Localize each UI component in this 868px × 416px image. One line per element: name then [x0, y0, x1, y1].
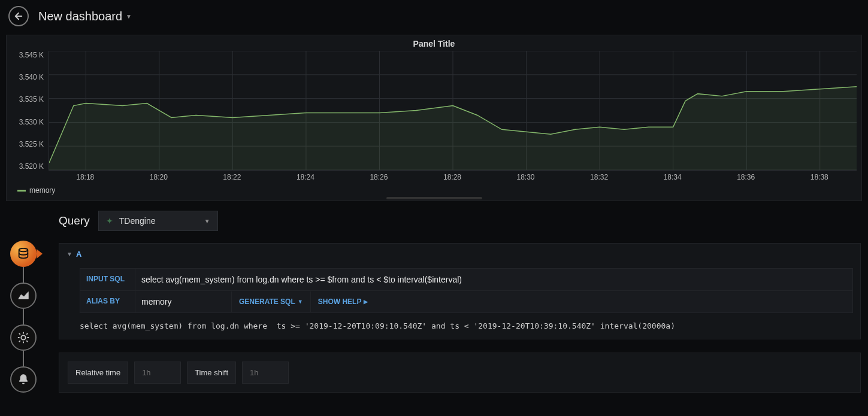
svg-point-19 [21, 335, 25, 339]
datasource-name: TDengine [119, 216, 156, 226]
legend-swatch [17, 190, 26, 192]
bell-icon [17, 374, 29, 385]
editor-tab-stepper [0, 211, 47, 393]
time-shift-input[interactable] [242, 362, 289, 384]
panel-resize-handle[interactable] [386, 197, 482, 199]
relative-time-label: Relative time [68, 362, 128, 384]
query-section-label: Query [59, 214, 90, 227]
tab-general[interactable] [10, 324, 37, 351]
legend-label: memory [29, 186, 55, 195]
graph-panel: Panel Title 3.545 K3.540 K3.535 K3.530 K… [6, 35, 862, 201]
tab-alert[interactable] [10, 366, 37, 393]
datasource-icon: ✦ [106, 216, 113, 226]
dashboard-title-dropdown[interactable]: New dashboard ▼ [38, 10, 132, 23]
dashboard-title: New dashboard [38, 10, 122, 23]
input-sql-label: INPUT SQL [80, 269, 135, 290]
relative-time-input[interactable] [134, 362, 181, 384]
chart-svg [49, 51, 857, 170]
gear-bug-icon [17, 331, 30, 344]
datasource-select[interactable]: ✦ TDengine ▼ [98, 211, 218, 231]
time-shift-label: Time shift [187, 362, 236, 384]
chevron-down-icon: ▼ [204, 218, 210, 224]
collapse-icon: ▼ [66, 251, 72, 257]
alias-by-label: ALIAS BY [80, 291, 135, 312]
input-sql-field[interactable]: select avg(mem_system) from log.dn where… [135, 269, 852, 290]
query-row-letter: A [76, 250, 81, 259]
chart-legend[interactable]: memory [17, 186, 861, 195]
panel-title: Panel Title [7, 39, 861, 48]
tab-queries[interactable] [10, 241, 37, 267]
chevron-down-icon: ▼ [126, 13, 132, 20]
generate-sql-button[interactable]: GENERATE SQL ▼ [231, 291, 310, 312]
x-axis-labels: 18:1818:2018:2218:2418:2618:2818:3018:32… [49, 173, 857, 183]
tab-visualization[interactable] [10, 283, 37, 309]
database-icon [17, 247, 30, 260]
show-help-button[interactable]: SHOW HELP ▶ [310, 291, 376, 312]
chevron-right-icon: ▶ [364, 299, 368, 305]
svg-point-18 [19, 248, 28, 252]
chevron-down-icon: ▼ [298, 299, 303, 305]
query-row-toggle[interactable]: ▼ A [66, 250, 853, 259]
chart-plot[interactable] [49, 51, 857, 171]
time-options-block: Relative time Time shift [59, 353, 861, 393]
chart-area-icon [17, 289, 30, 302]
arrow-left-icon [13, 11, 24, 22]
y-axis-labels: 3.545 K3.540 K3.535 K3.530 K3.525 K3.520… [14, 51, 44, 171]
generated-sql-text: select avg(mem_system) from log.dn where… [80, 321, 853, 330]
back-button[interactable] [8, 6, 29, 26]
alias-by-field[interactable] [135, 291, 231, 312]
query-row-block: ▼ A INPUT SQL select avg(mem_system) fro… [59, 243, 861, 339]
